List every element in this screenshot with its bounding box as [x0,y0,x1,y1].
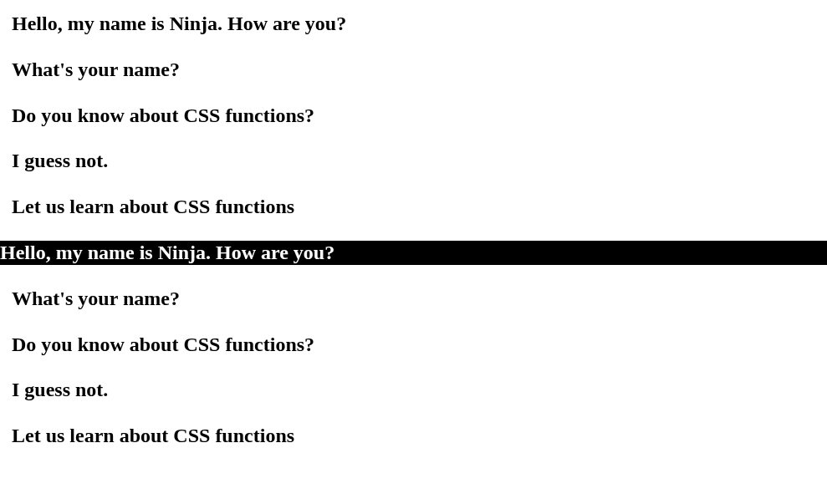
text-line-5: Let us learn about CSS functions [12,195,815,219]
text-line-8: Do you know about CSS functions? [12,333,815,357]
text-line-9: I guess not. [12,378,815,402]
text-line-1: Hello, my name is Ninja. How are you? [12,12,815,36]
text-line-3: Do you know about CSS functions? [12,104,815,128]
text-line-6-highlighted: Hello, my name is Ninja. How are you? [0,241,827,265]
text-line-2: What's your name? [12,58,815,82]
text-line-10: Let us learn about CSS functions [12,424,815,448]
text-line-4: I guess not. [12,149,815,173]
text-line-7: What's your name? [12,287,815,311]
